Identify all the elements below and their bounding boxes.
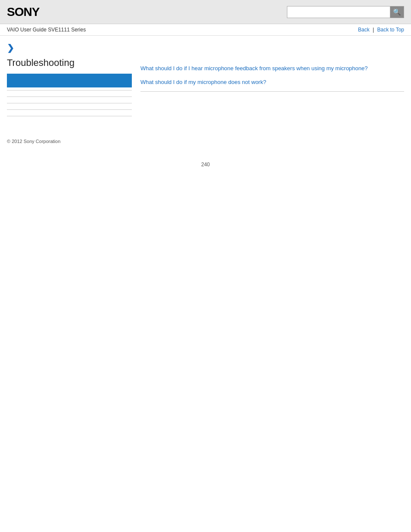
page-header: SONY 🔍 [0, 0, 411, 24]
sidebar-divider-2 [7, 96, 132, 97]
footer: © 2012 Sony Corporation [0, 129, 411, 153]
content-divider [140, 91, 404, 92]
content-link-2[interactable]: What should I do if my microphone does n… [140, 78, 404, 87]
sony-logo: SONY [7, 5, 39, 19]
content-link-1[interactable]: What should I do if I hear microphone fe… [140, 64, 404, 73]
sidebar-divider-1 [7, 90, 132, 90]
sidebar: ❯ Troubleshooting [7, 43, 132, 122]
back-to-top-link[interactable]: Back to Top [377, 27, 404, 33]
search-button[interactable]: 🔍 [390, 6, 404, 18]
search-input[interactable] [287, 6, 390, 18]
nav-separator: | [373, 27, 374, 33]
sidebar-divider-3 [7, 103, 132, 103]
sidebar-active-item[interactable] [7, 74, 132, 87]
back-link[interactable]: Back [358, 27, 370, 33]
chevron-icon: ❯ [7, 43, 132, 53]
nav-links: Back | Back to Top [358, 27, 404, 33]
search-icon: 🔍 [393, 8, 401, 16]
sidebar-divider-4 [7, 109, 132, 110]
page-number: 240 [0, 153, 411, 176]
copyright-text: © 2012 Sony Corporation [7, 139, 60, 144]
breadcrumb: VAIO User Guide SVE1111 Series [7, 27, 86, 33]
sidebar-heading: Troubleshooting [7, 57, 132, 68]
main-content: ❯ Troubleshooting What should I do if I … [0, 36, 411, 129]
sidebar-divider-5 [7, 116, 132, 116]
nav-bar: VAIO User Guide SVE1111 Series Back | Ba… [0, 24, 411, 36]
content-area: What should I do if I hear microphone fe… [140, 43, 404, 122]
search-area: 🔍 [287, 6, 404, 18]
